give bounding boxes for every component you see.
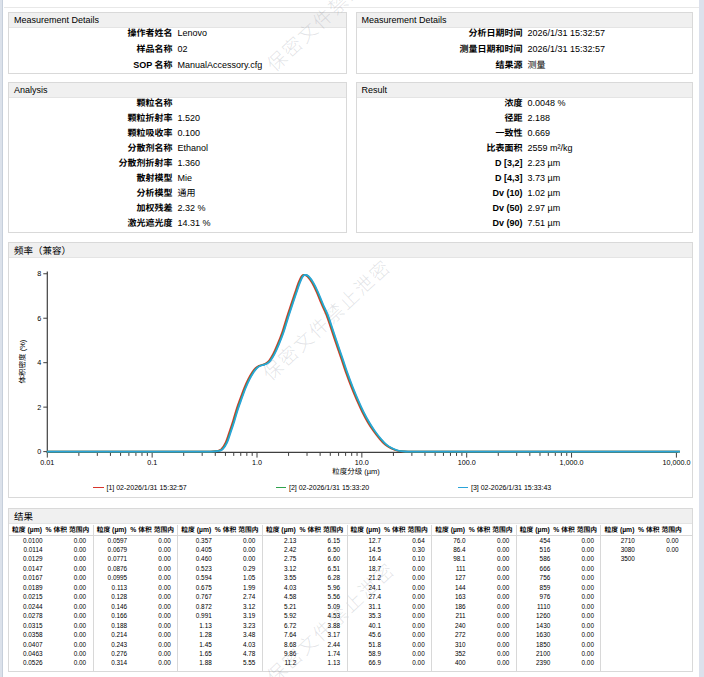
cell-pct: 0.00 xyxy=(467,545,509,554)
cell-pct: 0.00 xyxy=(44,611,86,620)
cell-pct: 0.00 xyxy=(467,630,509,639)
cell-pct: 0.00 xyxy=(467,602,509,611)
cell-pct: 0.00 xyxy=(552,602,594,611)
cell-pct: 0.00 xyxy=(129,536,171,545)
cell-pct: 0.00 xyxy=(213,536,255,545)
cell-pct: 3.17 xyxy=(298,630,340,639)
cell-pct: 0.00 xyxy=(129,602,171,611)
cell-size: 0.594 xyxy=(177,573,212,582)
table-header-underline xyxy=(9,535,692,536)
legend-label: [3] 02-2026/1/31 15:33:43 xyxy=(471,483,551,493)
column-separator xyxy=(516,525,517,671)
cell-pct: 0.00 xyxy=(44,573,86,582)
cell-size: 0.128 xyxy=(93,592,128,601)
column-header-size: 粒度 (µm) xyxy=(264,525,298,536)
cell-size: 0.0876 xyxy=(93,564,128,573)
cell-size: 240 xyxy=(431,621,466,630)
cell-size: 1430 xyxy=(516,621,551,630)
cell-pct: 0.00 xyxy=(44,545,86,554)
cell-size: 0.0679 xyxy=(93,545,128,554)
cell-size: 0.0597 xyxy=(93,536,128,545)
cell-size: 31.1 xyxy=(347,602,382,611)
cell-size: 0.276 xyxy=(93,649,128,658)
column-header-size: 粒度 (µm) xyxy=(10,525,44,536)
cell-pct: 0.00 xyxy=(467,621,509,630)
cell-size: 86.4 xyxy=(431,545,466,554)
cell-pct: 0.00 xyxy=(129,630,171,639)
column-header-size: 粒度 (µm) xyxy=(518,525,552,536)
cell-pct: 0.00 xyxy=(44,583,86,592)
cell-size: 1.13 xyxy=(177,621,212,630)
cell-pct: 0.00 xyxy=(383,602,425,611)
column-header-size: 粒度 (µm) xyxy=(179,525,213,536)
legend-label: [2] 02-2026/1/31 15:33:20 xyxy=(289,483,369,493)
cell-pct: 0.00 xyxy=(44,536,86,545)
column-header-pct: % 体积 范围内 xyxy=(214,525,260,536)
cell-pct: 0.00 xyxy=(383,592,425,601)
cell-pct: 2.74 xyxy=(213,592,255,601)
column-header-pct: % 体积 范围内 xyxy=(45,525,91,536)
cell-size: 756 xyxy=(516,573,551,582)
legend-swatch xyxy=(276,487,287,489)
cell-size: 2710 xyxy=(600,536,635,545)
cell-size: 0.0995 xyxy=(93,573,128,582)
cell-pct: 0.00 xyxy=(467,658,509,667)
y-tick-label: 6 xyxy=(37,314,41,323)
y-tick-label: 2 xyxy=(37,403,41,412)
cell-pct: 0.00 xyxy=(467,592,509,601)
series-curve-2 xyxy=(47,275,680,452)
column-separator xyxy=(431,525,432,671)
cell-size: 0.166 xyxy=(93,611,128,620)
cell-size: 51.8 xyxy=(347,640,382,649)
cell-pct: 0.00 xyxy=(44,592,86,601)
x-tick-label: 1.0 xyxy=(252,458,262,467)
cell-size: 11.2 xyxy=(262,658,297,667)
cell-pct: 0.00 xyxy=(129,583,171,592)
cell-pct: 1.99 xyxy=(213,583,255,592)
cell-size: 1.65 xyxy=(177,649,212,658)
cell-size: 76.0 xyxy=(431,536,466,545)
cell-pct: 0.00 xyxy=(552,630,594,639)
cell-pct: 0.00 xyxy=(383,630,425,639)
cell-pct: 1.05 xyxy=(213,573,255,582)
x-tick-label: 0.01 xyxy=(40,458,54,467)
cell-pct: 0.00 xyxy=(636,545,678,554)
cell-pct: 0.00 xyxy=(44,630,86,639)
cell-pct: 0.00 xyxy=(129,554,171,563)
cell-pct: 0.00 xyxy=(552,611,594,620)
cell-size: 21.2 xyxy=(347,573,382,582)
cell-pct: 0.00 xyxy=(552,621,594,630)
column-header-pct: % 体积 范围内 xyxy=(383,525,429,536)
cell-pct: 4.53 xyxy=(298,611,340,620)
y-tick-label: 0 xyxy=(37,447,41,456)
cell-pct: 0.00 xyxy=(467,583,509,592)
cell-pct: 3.12 xyxy=(213,602,255,611)
cell-size: 0.0463 xyxy=(8,649,43,658)
cell-pct: 0.00 xyxy=(467,573,509,582)
cell-pct: 0.00 xyxy=(44,640,86,649)
cell-pct: 0.10 xyxy=(383,554,425,563)
cell-pct: 0.00 xyxy=(383,658,425,667)
cell-size: 352 xyxy=(431,649,466,658)
cell-size: 8.68 xyxy=(262,640,297,649)
cell-size: 186 xyxy=(431,602,466,611)
cell-pct: 0.00 xyxy=(467,649,509,658)
x-tick-label: 10,000.0 xyxy=(662,458,690,467)
legend-label: [1] 02-2026/1/31 15:32:57 xyxy=(107,483,187,493)
cell-size: 211 xyxy=(431,611,466,620)
cell-size: 27.4 xyxy=(347,592,382,601)
cell-size: 0.0147 xyxy=(8,564,43,573)
cell-size: 40.1 xyxy=(347,621,382,630)
cell-size: 1630 xyxy=(516,630,551,639)
cell-pct: 0.00 xyxy=(213,545,255,554)
cell-size: 0.188 xyxy=(93,621,128,630)
cell-pct: 5.09 xyxy=(298,602,340,611)
cell-pct: 0.00 xyxy=(129,649,171,658)
cell-pct: 0.00 xyxy=(129,640,171,649)
column-header-pct: % 体积 范围内 xyxy=(552,525,598,536)
cell-size: 0.0526 xyxy=(8,658,43,667)
column-separator xyxy=(600,525,601,671)
cell-size: 0.0315 xyxy=(8,621,43,630)
cell-size: 2.13 xyxy=(262,536,297,545)
cell-size: 111 xyxy=(431,564,466,573)
